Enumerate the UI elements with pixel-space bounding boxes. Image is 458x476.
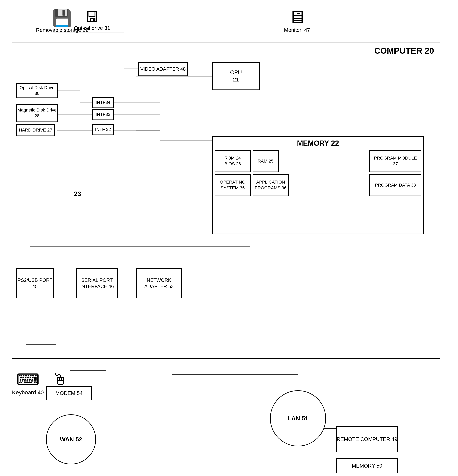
ram-box: RAM 25	[253, 150, 279, 172]
program-module-box: PROGRAM MODULE37	[369, 150, 421, 172]
cpu-box: CPUCPU 2121	[212, 62, 260, 90]
memory50-box: MEMORY 50	[336, 458, 398, 473]
memory22-label: MEMORY 22	[215, 139, 421, 148]
intf32-box: INTF 32	[92, 124, 114, 135]
video-adapter-box: VIDEO ADAPTER 48	[138, 62, 188, 76]
os-box: OPERATINGSYSTEM 35	[215, 174, 250, 196]
hard-drive-box: HARD DRIVE 27	[16, 124, 55, 136]
lan-node: LAN 51	[270, 390, 326, 446]
modem-box: MODEM 54	[46, 386, 92, 400]
bus-label: 23	[74, 190, 81, 198]
monitor-device: 🖥 Monitor 47	[284, 8, 310, 33]
wan-node: WAN 52	[46, 414, 96, 464]
keyboard-device: ⌨ Keyboard 40	[12, 370, 44, 396]
optical-disk-drive-box: Optical Disk Drive 30	[16, 83, 58, 98]
serial-port-box: SERIAL PORT INTERFACE 46	[76, 268, 118, 298]
remote-computer-box: REMOTE COMPUTER 49	[336, 426, 398, 452]
ps2usb-box: PS2/USB PORT 45	[16, 268, 54, 298]
diagram: COMPUTER 20 💾 Removable storage 29 🖫 Opt…	[0, 0, 458, 476]
keyboard-label: Keyboard 40	[12, 389, 44, 396]
computer-label: COMPUTER 20	[374, 46, 434, 56]
memory22-outer-box: MEMORY 22 ROM 24BIOS 26 RAM 25 PROGRAM M…	[212, 136, 424, 234]
program-data-box: PROGRAM DATA 38	[369, 174, 421, 196]
intf33-box: INTF33	[92, 109, 114, 120]
optical-drive-label: Optical drive 31	[74, 25, 110, 31]
optical-drive-device: 🖫 Optical drive 31	[74, 10, 110, 31]
intf34-box: INTF34	[92, 97, 114, 108]
app-programs-box: APPLICATIONPROGRAMS 36	[253, 174, 289, 196]
rom-box: ROM 24BIOS 26	[215, 150, 250, 172]
monitor-label: Monitor 47	[284, 27, 310, 33]
network-adapter-box: NETWORK ADAPTER 53	[136, 268, 182, 298]
magnetic-disk-drive-box: Magnetic Disk Drive 28	[16, 104, 58, 122]
